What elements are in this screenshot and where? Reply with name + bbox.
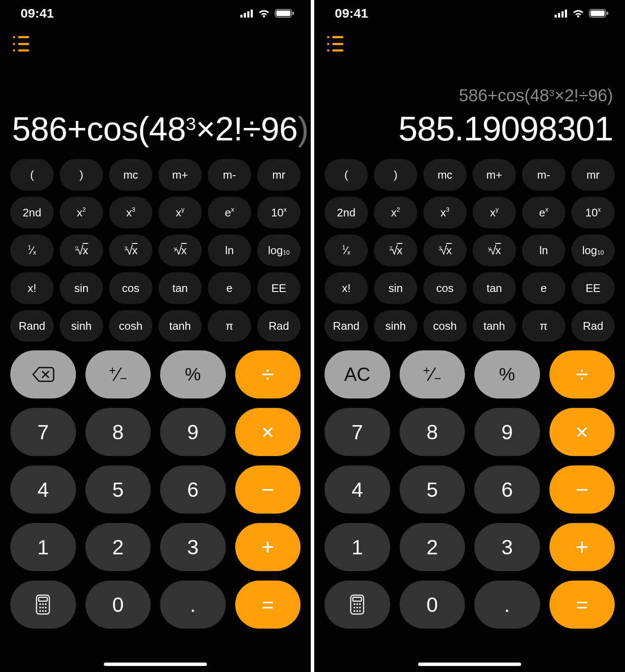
cbrt-button[interactable]: 3√x bbox=[423, 234, 467, 266]
digit-6-button[interactable]: 6 bbox=[160, 465, 226, 514]
decimal-button[interactable]: . bbox=[474, 581, 540, 629]
minus-button[interactable]: − bbox=[235, 465, 301, 514]
mc-button[interactable]: mc bbox=[423, 159, 467, 191]
nthroot-button[interactable]: y√x bbox=[473, 234, 516, 266]
x-cubed-button[interactable]: x3 bbox=[109, 197, 152, 228]
paren-close-button[interactable]: ) bbox=[374, 159, 417, 191]
digit-7-button[interactable]: 7 bbox=[325, 408, 390, 456]
calculator-mode-button[interactable] bbox=[325, 581, 390, 629]
mr-button[interactable]: mr bbox=[257, 159, 300, 191]
rand-button[interactable]: Rand bbox=[325, 310, 368, 342]
history-button[interactable] bbox=[13, 36, 30, 52]
minus-button[interactable]: − bbox=[549, 465, 615, 514]
x-cubed-button[interactable]: x3 bbox=[423, 197, 467, 228]
sqrt-button[interactable]: 2√x bbox=[374, 234, 417, 266]
decimal-button[interactable]: . bbox=[160, 581, 226, 629]
ln-button[interactable]: ln bbox=[522, 234, 565, 266]
equals-button[interactable]: = bbox=[549, 581, 615, 629]
digit-5-button[interactable]: 5 bbox=[400, 465, 465, 514]
cos-button[interactable]: cos bbox=[109, 272, 152, 304]
ln-button[interactable]: ln bbox=[208, 234, 251, 266]
reciprocal-button[interactable]: 1⁄x bbox=[10, 234, 54, 266]
home-indicator[interactable] bbox=[418, 663, 521, 666]
log10-button[interactable]: log10 bbox=[571, 234, 615, 266]
digit-1-button[interactable]: 1 bbox=[325, 523, 390, 571]
factorial-button[interactable]: x! bbox=[10, 272, 54, 304]
cosh-button[interactable]: cosh bbox=[109, 310, 152, 342]
digit-4-button[interactable]: 4 bbox=[10, 465, 76, 514]
cbrt-button[interactable]: 3√x bbox=[109, 234, 152, 266]
factorial-button[interactable]: x! bbox=[325, 272, 368, 304]
m-minus-button[interactable]: m- bbox=[522, 159, 565, 191]
tan-button[interactable]: tan bbox=[473, 272, 516, 304]
e-to-x-button[interactable]: ex bbox=[522, 197, 565, 228]
digit-3-button[interactable]: 3 bbox=[160, 523, 226, 571]
equals-button[interactable]: = bbox=[235, 581, 301, 629]
paren-open-button[interactable]: ( bbox=[10, 159, 54, 191]
x-to-y-button[interactable]: xy bbox=[158, 197, 202, 228]
digit-8-button[interactable]: 8 bbox=[400, 408, 465, 456]
paren-close-button[interactable]: ) bbox=[60, 159, 103, 191]
plus-minus-button[interactable]: +⁄− bbox=[400, 350, 465, 398]
display-expression[interactable]: 586+cos(483×2!÷96) bbox=[12, 109, 299, 149]
m-plus-button[interactable]: m+ bbox=[473, 159, 516, 191]
e-to-x-button[interactable]: ex bbox=[208, 197, 251, 228]
cos-button[interactable]: cos bbox=[423, 272, 467, 304]
display-previous[interactable]: 586+cos(483×2!÷96) bbox=[326, 86, 613, 106]
history-button[interactable] bbox=[327, 36, 344, 52]
multiply-button[interactable]: × bbox=[549, 408, 615, 456]
x-squared-button[interactable]: x2 bbox=[60, 197, 103, 228]
paren-open-button[interactable]: ( bbox=[325, 159, 368, 191]
m-plus-button[interactable]: m+ bbox=[158, 159, 202, 191]
rand-button[interactable]: Rand bbox=[10, 310, 54, 342]
m-minus-button[interactable]: m- bbox=[208, 159, 251, 191]
plus-minus-button[interactable]: +⁄− bbox=[85, 350, 151, 398]
log10-button[interactable]: log10 bbox=[257, 234, 300, 266]
sin-button[interactable]: sin bbox=[60, 272, 103, 304]
percent-button[interactable]: % bbox=[474, 350, 540, 398]
sinh-button[interactable]: sinh bbox=[60, 310, 103, 342]
plus-button[interactable]: + bbox=[235, 523, 301, 571]
digit-0-button[interactable]: 0 bbox=[85, 581, 151, 629]
digit-2-button[interactable]: 2 bbox=[400, 523, 465, 571]
digit-0-button[interactable]: 0 bbox=[400, 581, 465, 629]
nthroot-button[interactable]: y√x bbox=[158, 234, 202, 266]
rad-button[interactable]: Rad bbox=[257, 310, 300, 342]
plus-button[interactable]: + bbox=[549, 523, 615, 571]
home-indicator[interactable] bbox=[104, 663, 207, 666]
divide-button[interactable]: ÷ bbox=[235, 350, 301, 398]
mc-button[interactable]: mc bbox=[109, 159, 152, 191]
euler-button[interactable]: e bbox=[208, 272, 251, 304]
display-result[interactable]: 585.19098301 bbox=[326, 109, 613, 149]
second-button[interactable]: 2nd bbox=[10, 197, 54, 228]
tanh-button[interactable]: tanh bbox=[158, 310, 202, 342]
ee-button[interactable]: EE bbox=[571, 272, 615, 304]
digit-2-button[interactable]: 2 bbox=[85, 523, 151, 571]
ten-to-x-button[interactable]: 10x bbox=[257, 197, 300, 228]
second-button[interactable]: 2nd bbox=[325, 197, 368, 228]
rad-button[interactable]: Rad bbox=[571, 310, 615, 342]
all-clear-button[interactable]: AC bbox=[325, 350, 390, 398]
digit-8-button[interactable]: 8 bbox=[85, 408, 151, 456]
percent-button[interactable]: % bbox=[160, 350, 226, 398]
x-to-y-button[interactable]: xy bbox=[473, 197, 516, 228]
pi-button[interactable]: π bbox=[522, 310, 565, 342]
digit-7-button[interactable]: 7 bbox=[10, 408, 76, 456]
digit-9-button[interactable]: 9 bbox=[160, 408, 226, 456]
digit-5-button[interactable]: 5 bbox=[85, 465, 151, 514]
pi-button[interactable]: π bbox=[208, 310, 251, 342]
reciprocal-button[interactable]: 1⁄x bbox=[325, 234, 368, 266]
ten-to-x-button[interactable]: 10x bbox=[571, 197, 615, 228]
divide-button[interactable]: ÷ bbox=[549, 350, 615, 398]
ee-button[interactable]: EE bbox=[257, 272, 300, 304]
calculator-mode-button[interactable] bbox=[10, 581, 76, 629]
multiply-button[interactable]: × bbox=[235, 408, 301, 456]
digit-1-button[interactable]: 1 bbox=[10, 523, 76, 571]
x-squared-button[interactable]: x2 bbox=[374, 197, 417, 228]
digit-3-button[interactable]: 3 bbox=[474, 523, 540, 571]
digit-9-button[interactable]: 9 bbox=[474, 408, 540, 456]
cosh-button[interactable]: cosh bbox=[423, 310, 467, 342]
mr-button[interactable]: mr bbox=[571, 159, 615, 191]
tan-button[interactable]: tan bbox=[158, 272, 202, 304]
digit-6-button[interactable]: 6 bbox=[474, 465, 540, 514]
